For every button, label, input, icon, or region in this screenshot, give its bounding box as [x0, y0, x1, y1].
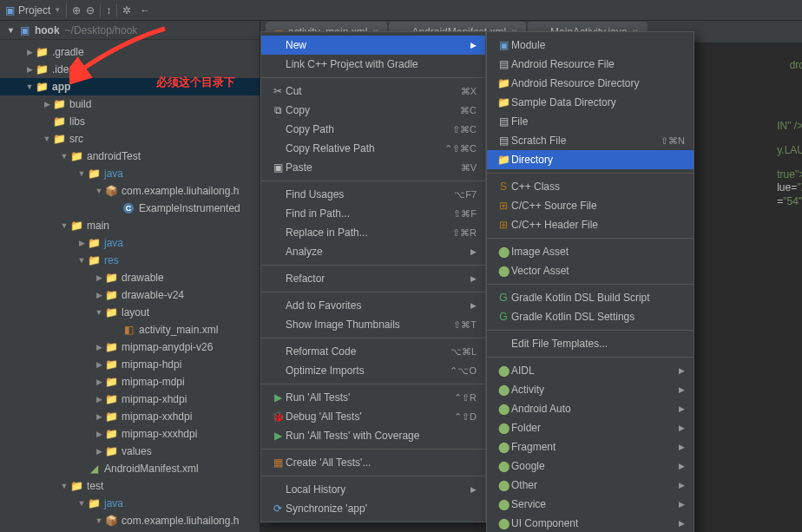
- menu-new-resource-file[interactable]: ▤Android Resource File: [487, 55, 694, 74]
- tree-folder-idea[interactable]: ▶📁.idea: [0, 61, 260, 78]
- tree-folder-layout[interactable]: ▼📁layout: [0, 304, 260, 321]
- menu-paste[interactable]: ▣Paste⌘V: [261, 158, 485, 177]
- menu-new-resource-dir[interactable]: 📁Android Resource Directory: [487, 74, 694, 93]
- tree-folder-mipmap[interactable]: ▶📁mipmap-xxxhdpi: [0, 425, 260, 443]
- menu-new-vector-asset[interactable]: ⬤Vector Asset: [487, 261, 694, 280]
- menu-add-favorites[interactable]: Add to Favorites▶: [261, 296, 485, 315]
- gear-icon[interactable]: ✲: [122, 4, 131, 16]
- project-toolbar: ▣ Project ▼ ⊕ ⊖ ↕ ✲ ←: [0, 0, 802, 21]
- folder-icon: 📁: [52, 115, 66, 128]
- gradle-icon: G: [496, 292, 511, 304]
- menu-new-file[interactable]: ▤File: [487, 112, 694, 131]
- menu-replace-in-path[interactable]: Replace in Path...⇧⌘R: [261, 223, 485, 242]
- menu-new[interactable]: New▶: [261, 36, 485, 55]
- hide-icon[interactable]: ←: [140, 4, 150, 16]
- menu-new-scratch-file[interactable]: ▤Scratch File⇧⌘N: [487, 131, 694, 150]
- menu-new-google[interactable]: ⬤Google▶: [487, 456, 694, 476]
- menu-new-ui-component[interactable]: ⬤UI Component▶: [487, 514, 694, 532]
- scroll-icon[interactable]: ↕: [106, 4, 111, 16]
- project-dropdown[interactable]: ▣ Project ▼: [5, 4, 61, 16]
- chevron-right-icon: ▶: [94, 360, 104, 369]
- tree-folder-gradle[interactable]: ▶📁.gradle: [0, 43, 260, 61]
- tree-file-manifest[interactable]: ◢AndroidManifest.xml: [0, 460, 260, 477]
- tree-package[interactable]: ▼📦com.example.liuhailong.h: [0, 512, 260, 529]
- menu-new-sample-data-dir[interactable]: 📁Sample Data Directory: [487, 93, 694, 112]
- menu-link-cpp[interactable]: Link C++ Project with Gradle: [261, 55, 485, 74]
- chevron-down-icon: ▼: [59, 221, 69, 230]
- menu-refactor[interactable]: Refactor▶: [261, 269, 485, 288]
- tree-folder-mipmap[interactable]: ▶📁mipmap-hdpi: [0, 356, 260, 373]
- menu-new-aidl[interactable]: ⬤AIDL▶: [487, 361, 694, 380]
- project-label: Project: [18, 4, 50, 16]
- menu-new-service[interactable]: ⬤Service▶: [487, 495, 694, 514]
- folder-icon: 📁: [87, 167, 101, 181]
- folder-icon: 📁: [104, 340, 118, 354]
- new-submenu: ▣Module ▤Android Resource File 📁Android …: [486, 31, 694, 532]
- menu-reformat[interactable]: Reformat Code⌥⌘L: [261, 342, 485, 361]
- tree-folder-androidtest[interactable]: ▼📁androidTest: [0, 148, 260, 165]
- menu-new-image-asset[interactable]: ⬤Image Asset: [487, 242, 694, 261]
- tree-folder-mipmap[interactable]: ▶📁mipmap-xhdpi: [0, 391, 260, 408]
- chevron-right-icon: ▶: [94, 273, 104, 282]
- menu-copy-relative-path[interactable]: Copy Relative Path⌃⇧⌘C: [261, 139, 485, 158]
- menu-show-thumbnails[interactable]: Show Image Thumbnails⇧⌘T: [261, 315, 485, 334]
- tree-folder-res[interactable]: ▼📁res: [0, 252, 260, 269]
- tree-folder-java[interactable]: ▶📁java: [0, 234, 260, 252]
- chevron-down-icon: ▼: [94, 516, 104, 525]
- tree-folder-java[interactable]: ▼📁java: [0, 495, 260, 512]
- tree-folder-mipmap[interactable]: ▶📁mipmap-xxhdpi: [0, 408, 260, 425]
- menu-new-directory[interactable]: 📁Directory: [487, 150, 694, 169]
- menu-cut[interactable]: ✂Cut⌘X: [261, 82, 485, 101]
- tree-folder-java[interactable]: ▼📁java: [0, 165, 260, 182]
- tree-file-activity-main[interactable]: ◧activity_main.xml: [0, 321, 260, 338]
- project-root-header[interactable]: ▼ ▣ hook ~/Desktop/hook: [0, 21, 260, 40]
- menu-local-history[interactable]: Local History▶: [261, 480, 485, 499]
- tree-folder-test[interactable]: ▼📁test: [0, 477, 260, 495]
- menu-new-cpp-class[interactable]: SC++ Class: [487, 177, 694, 196]
- chevron-right-icon: ▶: [470, 41, 477, 49]
- collapse-icon[interactable]: ⊕: [72, 4, 81, 16]
- menu-create-all-tests[interactable]: ▦Create 'All Tests'...: [261, 453, 485, 472]
- menu-new-other[interactable]: ⬤Other▶: [487, 476, 694, 495]
- menu-run-all-tests[interactable]: ▶Run 'All Tests'⌃⇧R: [261, 388, 485, 407]
- menu-new-kotlin-dsl-build[interactable]: GGradle Kotlin DSL Build Script: [487, 288, 694, 307]
- android-icon: ⬤: [496, 403, 511, 415]
- menu-debug-all-tests[interactable]: 🐞Debug 'All Tests'⌃⇧D: [261, 407, 485, 426]
- menu-copy-path[interactable]: Copy Path⇧⌘C: [261, 120, 485, 139]
- tree-folder-main[interactable]: ▼📁main: [0, 217, 260, 234]
- menu-edit-file-templates[interactable]: Edit File Templates...: [487, 334, 694, 353]
- tree-folder-mipmap[interactable]: ▶📁mipmap-mdpi: [0, 373, 260, 391]
- tree-package[interactable]: ▼📦com.example.liuhailong.h: [0, 182, 260, 200]
- chevron-right-icon: ▶: [470, 274, 477, 283]
- menu-optimize-imports[interactable]: Optimize Imports⌃⌥O: [261, 361, 485, 380]
- tree-folder-libs[interactable]: 📁libs: [0, 113, 260, 130]
- project-root-icon: ▣: [20, 24, 30, 36]
- android-icon: ⬤: [496, 460, 511, 472]
- target-icon[interactable]: ⊖: [86, 4, 95, 16]
- menu-separator: [261, 476, 485, 476]
- menu-run-coverage[interactable]: ▶Run 'All Tests' with Coverage: [261, 426, 485, 445]
- tree-folder-drawable[interactable]: ▶📁drawable: [0, 269, 260, 286]
- menu-new-folder[interactable]: ⬤Folder▶: [487, 418, 694, 437]
- menu-new-cpp-source[interactable]: ⊞C/C++ Source File: [487, 196, 694, 215]
- menu-new-activity[interactable]: ⬤Activity▶: [487, 380, 694, 399]
- menu-new-cpp-header[interactable]: ⊞C/C++ Header File: [487, 215, 694, 234]
- menu-new-android-auto[interactable]: ⬤Android Auto▶: [487, 399, 694, 418]
- menu-copy[interactable]: ⧉Copy⌘C: [261, 101, 485, 120]
- menu-analyze[interactable]: Analyze▶: [261, 242, 485, 261]
- tree-class[interactable]: CExampleInstrumented: [0, 200, 260, 217]
- tree-folder-drawable-v24[interactable]: ▶📁drawable-v24: [0, 286, 260, 304]
- folder-icon: 📁: [87, 253, 101, 267]
- menu-synchronize[interactable]: ⟳Synchronize 'app': [261, 499, 485, 518]
- tree-folder-mipmap[interactable]: ▶📁mipmap-anydpi-v26: [0, 338, 260, 356]
- menu-find-in-path[interactable]: Find in Path...⇧⌘F: [261, 204, 485, 223]
- tree-folder-src[interactable]: ▼📁src: [0, 130, 260, 148]
- tree-folder-values[interactable]: ▶📁values: [0, 443, 260, 460]
- tree-folder-app[interactable]: ▼📁app: [0, 78, 260, 95]
- menu-find-usages[interactable]: Find Usages⌥F7: [261, 185, 485, 204]
- scratch-icon: ▤: [496, 135, 511, 147]
- menu-new-module[interactable]: ▣Module: [487, 36, 694, 55]
- menu-new-fragment[interactable]: ⬤Fragment▶: [487, 437, 694, 456]
- menu-new-kotlin-dsl-settings[interactable]: GGradle Kotlin DSL Settings: [487, 307, 694, 326]
- tree-folder-build[interactable]: ▶📁build: [0, 95, 260, 113]
